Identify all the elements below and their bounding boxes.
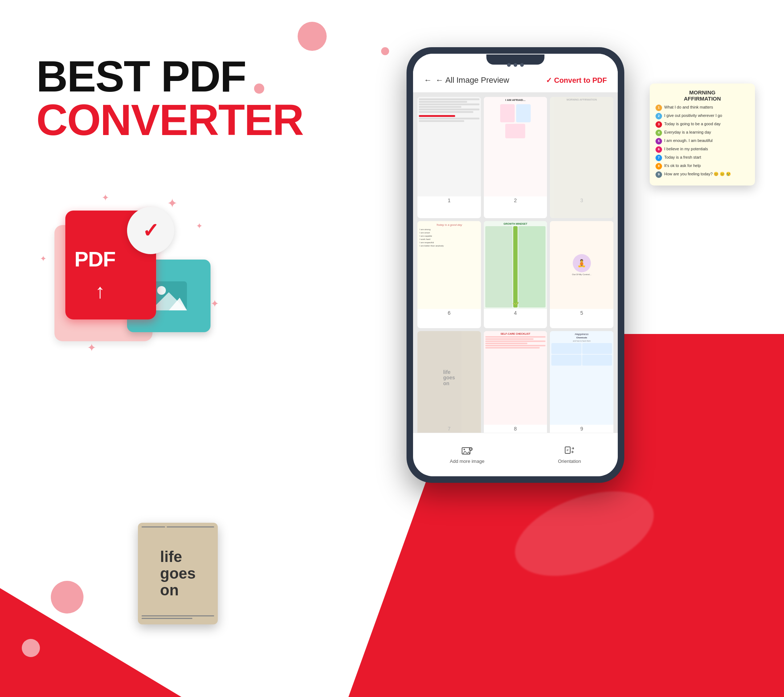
header-back[interactable]: ← ← All Image Preview — [424, 76, 509, 85]
orientation-icon: P — [564, 445, 575, 457]
aff-text-1: What I do and think matters — [664, 105, 713, 110]
grid-number-2: 2 — [484, 196, 547, 204]
affirmation-item-5: 5 I am enough. I am beautiful — [656, 138, 749, 145]
phone-notch — [486, 54, 544, 64]
grid-number-7: 7 — [417, 425, 481, 433]
affirmation-item-9: 9 How are you feeling today? 😊 😐 😢 — [656, 171, 749, 178]
aff-num-8: 8 — [656, 163, 662, 170]
grid-number-9: 9 — [550, 425, 613, 433]
affirmation-item-3: 3 Today is going to be a good day — [656, 121, 749, 128]
grid-item-5[interactable]: 🧘 Out Of My Control... 5 — [550, 221, 613, 328]
affirmation-item-7: 7 Today is a fresh start — [656, 155, 749, 161]
pdf-text: PDF — [74, 247, 115, 271]
aff-text-5: I am enough. I am beautiful — [664, 138, 713, 143]
phone-bottom-bar: Add more image P Orientation — [413, 433, 618, 476]
life-card-header — [142, 526, 214, 527]
life-card-footer — [142, 615, 214, 619]
grid-item-8[interactable]: SELF-CARE CHECKLIST 8 — [484, 331, 547, 445]
grid-number-3: 3 — [550, 196, 613, 204]
phone-screen: ← ← All Image Preview ✓ Convert to PDF — [413, 54, 618, 476]
affirmation-card: MORNINGAFFIRMATION 1 What I do and think… — [650, 84, 755, 186]
grid-item-3[interactable]: MORNING AFFIRMATION 3 — [550, 97, 613, 218]
aff-text-3: Today is going to be a good day — [664, 121, 720, 126]
camera-dot-3 — [520, 63, 524, 67]
aff-num-3: 3 — [656, 121, 662, 128]
grid-number-8: 8 — [484, 425, 547, 433]
grid-item-4[interactable]: GROWTH MINDSET 🌱 4 — [484, 221, 547, 328]
decorative-circle-5 — [22, 639, 40, 657]
aff-num-5: 5 — [656, 138, 662, 145]
aff-num-2: 2 — [656, 113, 662, 119]
grid-number-6: 6 — [417, 309, 481, 317]
camera-dot-1 — [507, 63, 511, 67]
aff-text-9: How are you feeling today? 😊 😐 😢 — [664, 171, 731, 176]
sparkle-2: ✦ — [196, 221, 203, 231]
left-content: BEST PDF CONVERTER — [36, 54, 290, 142]
image-grid: 1 I AM AFRAID... 2 — [413, 92, 618, 450]
heading-line1: BEST PDF — [36, 54, 290, 98]
aff-num-6: 6 — [656, 146, 662, 153]
orientation-button[interactable]: P Orientation — [558, 445, 581, 464]
life-footer-line2 — [142, 618, 193, 619]
affirmation-item-6: 6 I believe in my potentials — [656, 146, 749, 153]
grid-item-1[interactable]: 1 — [417, 97, 481, 218]
affirmation-item-1: 1 What I do and think matters — [656, 105, 749, 111]
phone-container: ← ← All Image Preview ✓ Convert to PDF — [392, 47, 639, 483]
phone-outer: ← ← All Image Preview ✓ Convert to PDF — [407, 47, 624, 483]
pdf-icon-area: ✦ ✦ ✦ ✦ ✦ ✦ PDF ↑ ✓ — [29, 189, 283, 407]
aff-num-1: 1 — [656, 105, 662, 111]
aff-num-7: 7 — [656, 155, 662, 161]
grid-item-9[interactable]: Happiness Chemicals and how to hack them… — [550, 331, 613, 445]
decorative-circle-4 — [51, 581, 84, 613]
grid-number-1: 1 — [417, 196, 481, 204]
svg-point-5 — [463, 449, 465, 450]
orientation-label: Orientation — [558, 458, 581, 464]
aff-text-4: Everyday is a learning day — [664, 130, 711, 135]
grid-number-5: 5 — [550, 309, 613, 317]
affirmation-item-2: 2 I give out positivity wherever I go — [656, 113, 749, 119]
aff-num-4: 4 — [656, 130, 662, 136]
heading-line2: CONVERTER — [36, 98, 290, 142]
affirmation-item-4: 4 Everyday is a learning day — [656, 130, 749, 136]
aff-text-7: Today is a fresh start — [664, 155, 701, 160]
sparkle-3: ✦ — [211, 298, 219, 310]
add-image-icon — [461, 445, 473, 457]
add-image-button[interactable]: Add more image — [450, 445, 484, 464]
life-goes-on-text: lifegoeson — [160, 549, 196, 599]
camera-dots — [507, 63, 524, 67]
sparkle-4: ✦ — [40, 254, 46, 264]
aff-text-2: I give out positivity wherever I go — [664, 113, 722, 118]
grid-number-4: 4 — [484, 309, 547, 317]
upload-arrow-icon: ↑ — [95, 281, 105, 301]
aff-text-8: It's ok to ask for help — [664, 163, 701, 168]
add-image-label: Add more image — [450, 458, 484, 464]
svg-text:P: P — [567, 449, 569, 452]
grid-item-2[interactable]: I AM AFRAID... 2 — [484, 97, 547, 218]
convert-action[interactable]: ✓ Convert to PDF — [546, 76, 607, 85]
sparkle-1: ✦ — [167, 196, 178, 211]
grid-item-6[interactable]: Today is a good day I am strongI am smar… — [417, 221, 481, 328]
check-icon: ✓ — [142, 219, 159, 242]
affirmation-title: MORNINGAFFIRMATION — [656, 89, 749, 102]
life-header-line2 — [166, 526, 214, 527]
grid-item-7[interactable]: lifegoeson 7 — [417, 331, 481, 445]
sparkle-6: ✦ — [102, 193, 109, 203]
svg-point-1 — [157, 286, 166, 295]
life-card: lifegoeson — [138, 523, 218, 624]
life-footer-line1 — [142, 615, 214, 616]
life-header-line1 — [142, 526, 165, 527]
aff-text-6: I believe in my potentials — [664, 146, 708, 152]
decorative-circle-3 — [381, 47, 389, 55]
header-title: ← All Image Preview — [436, 76, 509, 85]
aff-num-9: 9 — [656, 171, 662, 178]
back-arrow-icon: ← — [424, 76, 432, 85]
decorative-circle-1 — [298, 22, 327, 51]
affirmation-item-8: 8 It's ok to ask for help — [656, 163, 749, 170]
sparkle-5: ✦ — [87, 341, 96, 354]
check-circle: ✓ — [127, 207, 174, 254]
mountain-image-icon — [151, 281, 187, 310]
camera-dot-2 — [514, 63, 517, 67]
